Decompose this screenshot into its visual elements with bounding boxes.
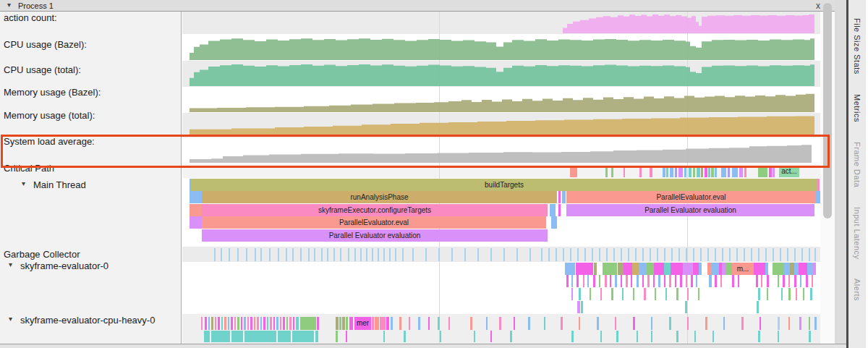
cpu-heavy-span-r1-18[interactable] [637,331,638,342]
gc-event-65[interactable] [736,248,738,261]
critical-path-event-3[interactable] [624,166,625,177]
evaluator0-span-r0-14[interactable] [699,263,702,275]
cpu-heavy-span-r0-49[interactable] [470,317,472,330]
evaluator0-span-r0-24[interactable] [784,263,790,275]
evaluator0-span-r0-13[interactable] [693,263,699,275]
cpu-heavy-span-r0-30[interactable] [300,317,316,330]
cpu-heavy-span-r0-52[interactable] [514,317,515,330]
cpu-heavy-span-r1-2[interactable] [231,331,243,342]
evaluator0-span-r1-29[interactable] [738,275,739,287]
collapse-skyframe-evaluator-0-icon[interactable]: ▾ [9,260,12,268]
evaluator0-span-r2-16[interactable] [788,288,791,300]
evaluator0-span-r0-29[interactable] [813,263,816,275]
cpu-heavy-span-r1-13[interactable] [490,331,492,342]
cpu-heavy-span-r0-46[interactable] [428,317,430,330]
cpu-heavy-span-r1-10[interactable] [404,331,406,342]
cpu-heavy-span-r0-28[interactable] [293,317,294,330]
evaluator0-span-r0-4[interactable] [618,263,624,275]
gc-event-68[interactable] [758,248,760,261]
evaluator0-span-r2-10[interactable] [676,288,678,300]
critical-path-event-20[interactable] [721,166,726,177]
evaluator0-span-r1-21[interactable] [680,275,682,287]
cpu-heavy-span-r0-9[interactable] [231,317,233,330]
cpu-heavy-span-r1-23[interactable] [758,331,760,342]
critical-path-event-17[interactable] [708,166,710,177]
evaluator0-span-r2-6[interactable] [633,288,634,300]
critical-path-event-15[interactable] [701,166,703,177]
evaluator0-span-r2-13[interactable] [758,288,760,300]
timeline-track-area[interactable]: act...buildTargetsrunAnalysisPhaseParall… [182,12,820,344]
gc-event-41[interactable] [563,248,564,261]
evaluator0-span-r2-8[interactable] [655,288,656,300]
gc-event-64[interactable] [729,248,731,261]
evaluator0-span-r1-20[interactable] [675,275,676,287]
critical-path-event-10[interactable] [678,166,683,177]
cpu-heavy-span-r1-11[interactable] [440,331,441,342]
gc-event-18[interactable] [348,248,349,261]
counter-chart-cpu-total[interactable] [182,61,820,87]
gc-event-57[interactable] [678,248,680,261]
gc-event-31[interactable] [451,248,453,261]
critical-path-event-14[interactable] [697,166,700,177]
evaluator0-span-r0-16[interactable] [712,263,719,275]
critical-path-event-8[interactable] [670,166,673,177]
gc-event-66[interactable] [744,248,745,261]
evaluator0-span-r0-28[interactable] [807,263,813,275]
cpu-heavy-span-r0-1[interactable] [205,317,207,330]
main-thread-span-r2-3[interactable] [558,204,561,216]
critical-path-event-12[interactable] [689,166,692,177]
gc-event-73[interactable] [794,248,796,261]
cpu-heavy-span-r1-14[interactable] [510,331,512,342]
evaluator0-span-r1-2[interactable] [576,275,579,287]
evaluator0-span-r1-0[interactable] [566,275,569,287]
evaluator0-span-r2-15[interactable] [781,288,783,300]
gc-event-19[interactable] [354,248,356,261]
cpu-heavy-span-r0-33[interactable] [339,317,341,330]
cpu-heavy-span-r0-45[interactable] [418,317,420,330]
gc-event-71[interactable] [780,248,781,261]
evaluator0-span-r2-11[interactable] [687,288,689,300]
gc-event-27[interactable] [402,248,404,261]
evaluator0-span-r1-15[interactable] [647,275,650,287]
cpu-heavy-span-r0-31[interactable] [317,317,319,330]
evaluator0-span-r1-24[interactable] [696,275,697,287]
gc-event-37[interactable] [529,248,531,261]
gc-event-16[interactable] [333,248,335,261]
evaluator0-span-r1-18[interactable] [664,275,665,287]
gc-event-36[interactable] [516,248,518,261]
cpu-heavy-span-r1-19[interactable] [651,331,652,342]
counter-chart-sys-load[interactable] [182,137,820,164]
evaluator0-span-r0-0[interactable] [565,263,575,275]
cpu-heavy-span-r0-7[interactable] [224,317,226,330]
cpu-heavy-span-r0-69[interactable] [799,317,801,330]
gc-event-1[interactable] [221,248,222,261]
critical-path-event-26[interactable] [769,166,772,177]
evaluator0-span-r1-37[interactable] [800,275,801,287]
cpu-heavy-span-r0-51[interactable] [499,317,501,330]
evaluator0-span-r1-36[interactable] [794,275,796,287]
gc-event-29[interactable] [425,248,427,261]
cpu-heavy-span-r0-62[interactable] [687,317,689,330]
evaluator0-span-r1-12[interactable] [631,275,632,287]
gc-event-69[interactable] [765,248,767,261]
gc-event-70[interactable] [773,248,774,261]
evaluator0-span-r1-25[interactable] [709,275,712,287]
evaluator0-span-r1-32[interactable] [767,275,769,287]
critical-path-event-27[interactable] [773,166,775,177]
cpu-heavy-span-r1-7[interactable] [336,331,338,342]
gc-event-2[interactable] [229,248,230,261]
critical-path-event-21[interactable] [728,166,730,177]
evaluator0-span-r3-2[interactable] [685,301,687,313]
cpu-heavy-span-r0-68[interactable] [788,317,790,330]
cpu-heavy-span-r0-17[interactable] [257,317,259,330]
main-thread-span-r3-0[interactable] [190,216,202,229]
gc-event-74[interactable] [801,248,803,261]
cpu-heavy-span-r0-47[interactable] [438,317,440,330]
evaluator0-span-r0-21[interactable] [754,263,765,275]
gc-event-52[interactable] [642,248,644,261]
evaluator0-span-r1-19[interactable] [669,275,671,287]
cpu-heavy-span-r0-39[interactable] [375,317,379,330]
evaluator0-span-r3-0[interactable] [577,301,580,313]
gc-event-7[interactable] [269,248,271,261]
main-thread-span-r1-3[interactable] [562,191,566,203]
